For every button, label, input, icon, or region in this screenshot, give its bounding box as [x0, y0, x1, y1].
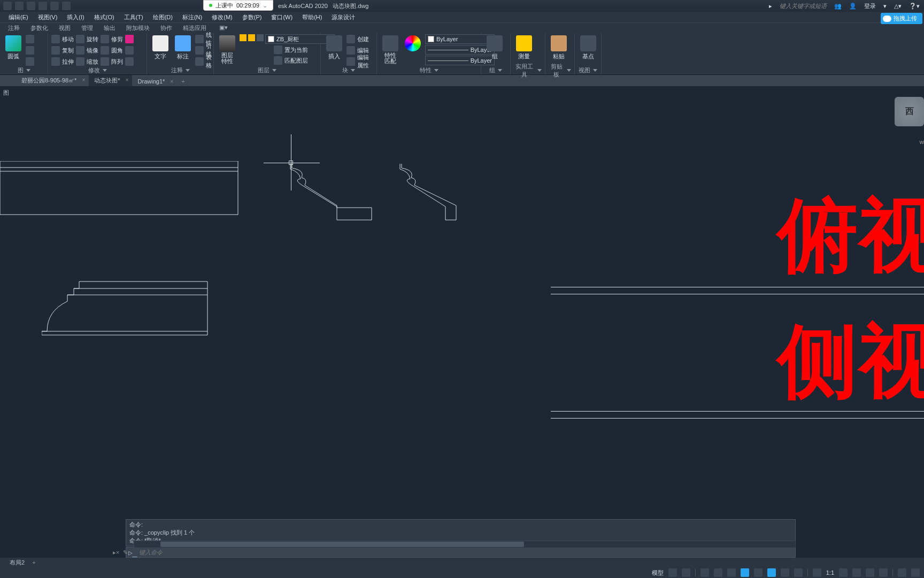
ribtab-manage[interactable]: 管理: [76, 23, 98, 33]
ribtab-view[interactable]: 视图: [54, 23, 75, 33]
measure-button[interactable]: 测量: [514, 34, 534, 66]
ribtab-addin[interactable]: 附加模块: [121, 23, 155, 33]
file-tab-0[interactable]: 碧丽公园8-905-98㎡*×: [16, 75, 88, 86]
menu-param[interactable]: 参数(P): [238, 12, 266, 22]
sun-icon[interactable]: [248, 34, 255, 41]
layout-tab[interactable]: 布局2: [10, 559, 25, 567]
command-line[interactable]: ▹_: [126, 547, 796, 558]
qat-saveall-icon[interactable]: [27, 2, 35, 10]
status-ws-icon[interactable]: [866, 568, 874, 577]
bulb-icon[interactable]: [240, 34, 247, 41]
scrollbar-thumb[interactable]: [160, 542, 524, 547]
scale-button[interactable]: 缩放: [76, 57, 98, 66]
group-button[interactable]: 组: [484, 34, 505, 66]
menu-dim[interactable]: 标注(N): [178, 12, 206, 22]
menu-view[interactable]: 视图(V): [34, 12, 62, 22]
match-layer-button[interactable]: 匹配图层: [274, 56, 308, 65]
basepoint-button[interactable]: 基点: [578, 34, 598, 66]
qat-print-icon[interactable]: [38, 2, 47, 10]
cmd-close-icon[interactable]: ▸× ✎: [113, 549, 128, 556]
drawing-canvas[interactable]: 图 俯视 侧视 西 W: [0, 86, 924, 558]
user-icon[interactable]: 👤: [849, 3, 857, 10]
add-layout-button[interactable]: +: [32, 559, 35, 566]
help-icon[interactable]: ❔▾: [909, 3, 920, 10]
paste-button[interactable]: 粘贴: [549, 34, 569, 66]
qat-undo-icon[interactable]: [50, 2, 59, 10]
cart-icon[interactable]: ▾: [883, 3, 887, 10]
dim-button[interactable]: 标注: [173, 34, 193, 66]
lesson-status-banner[interactable]: 上课中 00:29:09 ⌄: [203, 0, 273, 11]
layer-ic-4[interactable]: [265, 45, 272, 52]
login-link[interactable]: 登录: [864, 2, 876, 10]
menu-window[interactable]: 窗口(W): [267, 12, 297, 22]
panel-draw-expand-icon[interactable]: [26, 69, 30, 72]
ribtab-annotate[interactable]: 注释: [3, 23, 25, 33]
viewport-label[interactable]: 图: [3, 89, 9, 97]
menu-draw[interactable]: 绘图(D): [149, 12, 177, 22]
ribtab-collab[interactable]: 协作: [156, 23, 177, 33]
status-cycle-icon[interactable]: [813, 568, 821, 577]
set-current-button[interactable]: 置为当前: [274, 45, 308, 55]
insert-button[interactable]: 插入: [324, 34, 344, 66]
rect-button[interactable]: [26, 34, 34, 44]
panel-view-expand-icon[interactable]: [593, 69, 597, 72]
qat-save-icon[interactable]: [3, 2, 12, 10]
status-custom-icon[interactable]: [911, 568, 920, 577]
status-snap-icon[interactable]: [682, 568, 690, 577]
social-icon[interactable]: 👥: [834, 3, 842, 10]
status-3dosnap-icon[interactable]: [754, 568, 763, 577]
status-otrack-icon[interactable]: [767, 568, 776, 577]
lock-icon[interactable]: [257, 34, 264, 41]
edit-attr-button[interactable]: 编辑属性: [346, 57, 373, 66]
panel-modify-expand-icon[interactable]: [103, 69, 107, 72]
status-anno-icon[interactable]: [852, 568, 861, 577]
copy-button[interactable]: 复制: [51, 45, 74, 55]
hatch-button[interactable]: [26, 57, 34, 66]
wcs-label[interactable]: W: [920, 140, 925, 145]
explode-button[interactable]: [125, 45, 134, 55]
status-monitor-icon[interactable]: [879, 568, 888, 577]
ribtab-output[interactable]: 输出: [99, 23, 120, 33]
status-clean-icon[interactable]: [898, 568, 906, 577]
qat-redo-icon[interactable]: [62, 2, 71, 10]
stretch-button[interactable]: 拉伸: [51, 57, 74, 66]
rotate-button[interactable]: 旋转: [76, 34, 98, 44]
baidu-upload-button[interactable]: 拖拽上传: [881, 13, 922, 24]
create-block-button[interactable]: 创建: [346, 34, 373, 44]
status-trans-icon[interactable]: [794, 568, 803, 577]
layer-ic-8[interactable]: [265, 56, 272, 63]
menu-modify[interactable]: 修改(M): [207, 12, 237, 22]
panel-block-expand-icon[interactable]: [351, 69, 355, 72]
array-button[interactable]: 阵列: [101, 57, 123, 66]
fillet-button[interactable]: 圆角: [101, 45, 123, 55]
match-props-button[interactable]: 特性 匹配: [380, 34, 401, 66]
menu-tools[interactable]: 工具(T): [120, 12, 148, 22]
qat-open-icon[interactable]: [15, 2, 24, 10]
status-lwt-icon[interactable]: [781, 568, 789, 577]
layer-ic-5[interactable]: [240, 56, 247, 63]
file-tab-2[interactable]: Drawing1*×: [133, 77, 177, 86]
close-icon[interactable]: ×: [126, 77, 129, 83]
new-tab-button[interactable]: +: [177, 77, 189, 86]
panel-layer-expand-icon[interactable]: [272, 69, 276, 72]
layer-ic-3[interactable]: [257, 45, 264, 52]
text-button[interactable]: 文字: [150, 34, 171, 66]
search-placeholder[interactable]: 键入关键字或短语: [780, 2, 827, 10]
ribtab-param[interactable]: 参数化: [26, 23, 53, 33]
mirror-button[interactable]: 镜像: [76, 45, 98, 55]
eraser-button[interactable]: [125, 34, 134, 44]
circle-button[interactable]: [26, 45, 34, 55]
status-polar-icon[interactable]: [714, 568, 722, 577]
close-icon[interactable]: ×: [171, 79, 174, 85]
panel-annot-expand-icon[interactable]: [186, 69, 190, 72]
panel-props-expand-icon[interactable]: [434, 69, 438, 72]
layer-ic-7[interactable]: [257, 56, 264, 63]
arrow-toggle-icon[interactable]: ▸: [769, 3, 772, 10]
menu-edit[interactable]: 编辑(E): [4, 12, 33, 22]
move-button[interactable]: 移动: [51, 34, 74, 44]
status-ortho-icon[interactable]: [700, 568, 709, 577]
layer-ic-2[interactable]: [248, 45, 255, 52]
status-grid-icon[interactable]: [668, 568, 677, 577]
menu-insert[interactable]: 插入(I): [63, 12, 88, 22]
arc-button[interactable]: 圆弧: [3, 34, 24, 66]
